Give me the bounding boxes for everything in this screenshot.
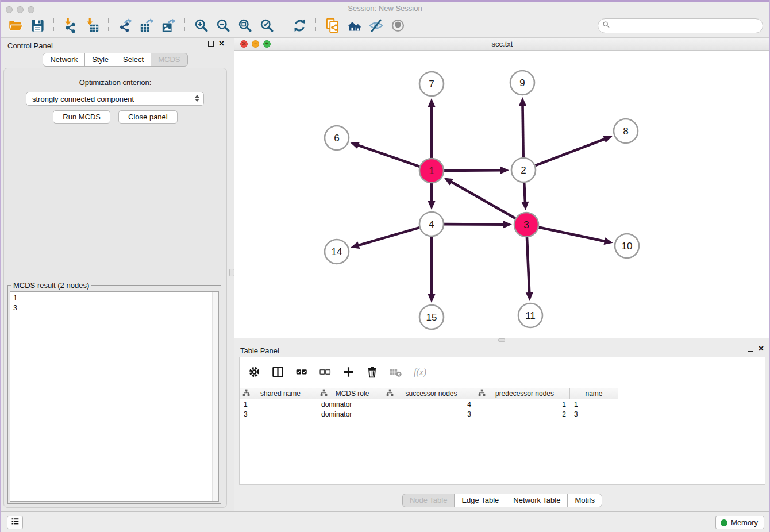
delete-table-button [388,365,403,380]
graph-edge-4-14[interactable] [357,228,419,245]
horizontal-splitter-grip[interactable] [498,338,505,342]
graph-edge-2-8[interactable] [536,139,606,166]
delete-column-button[interactable] [364,365,379,380]
deselect-all-rows-button[interactable] [317,365,332,380]
column-header-name[interactable]: name [570,388,618,399]
graph-edge-arrowhead [604,237,613,245]
choose-columns-button[interactable] [270,365,285,380]
graph-node-3[interactable]: 3 [514,213,538,237]
open-session-button[interactable] [5,17,26,36]
graph-node-10[interactable]: 10 [615,234,639,258]
column-header-successor-nodes[interactable]: successor nodes [383,388,475,399]
column-header-predecessor-nodes[interactable]: predecessor nodes [475,388,570,399]
export-image-button[interactable] [157,17,179,36]
optimization-criterion-select[interactable]: strongly connected component [26,92,204,106]
graph-node-11[interactable]: 11 [518,303,542,327]
function-builder-button: f(x) [411,365,426,380]
export-table-button[interactable] [136,17,157,36]
memory-button[interactable]: Memory [715,516,764,529]
graph-edge-arrowhead [526,292,533,301]
cell-successor-nodes[interactable]: 4 [383,400,475,408]
run-mcds-button[interactable]: Run MCDS [53,110,110,124]
table-close-panel-icon[interactable]: ✕ [758,346,764,352]
close-panel-icon[interactable]: ✕ [218,41,225,47]
cell-name[interactable]: 1 [570,400,618,408]
table-row[interactable]: 1dominator411 [240,399,765,409]
table-tab-edge-table[interactable]: Edge Table [454,494,506,507]
graph-edge-4-3[interactable] [444,224,505,225]
zoom-out-button[interactable] [212,17,234,36]
search-input[interactable] [611,20,763,32]
graph-node-14[interactable]: 14 [325,240,349,264]
graph-edge-3-1[interactable] [451,182,515,218]
zoom-in-button[interactable] [190,17,212,36]
table-tab-network-table[interactable]: Network Table [506,494,568,507]
select-all-rows-button[interactable] [294,365,309,380]
graph-node-15[interactable]: 15 [419,305,444,329]
hide-details-button[interactable] [365,17,387,36]
graph-edge-3-10[interactable] [539,228,606,242]
mcds-result-scrollbar[interactable] [212,292,218,501]
home-button[interactable] [343,17,365,36]
svg-text:f(x): f(x) [414,367,426,377]
tab-select[interactable]: Select [116,53,151,67]
table-settings-icon [248,365,261,380]
zoom-in-icon [194,18,209,35]
cell-successor-nodes[interactable]: 3 [383,410,475,418]
toolbar-separator [184,18,185,34]
table-tab-node-table[interactable]: Node Table [402,494,455,507]
cell-name[interactable]: 3 [570,410,618,418]
task-history-button[interactable] [7,516,23,529]
control-panel-tabs: NetworkStyleSelectMCDS [0,53,230,67]
network-canvas[interactable]: 7968124314101511 [234,51,770,337]
zoom-selected-button[interactable] [256,17,278,36]
graph-edge-2-3[interactable] [524,183,525,203]
graph-edge-2-9[interactable] [523,105,523,157]
import-network-button[interactable] [59,17,81,36]
add-column-button[interactable] [341,365,356,380]
graph-node-4[interactable]: 4 [419,212,444,236]
import-table-button[interactable] [81,17,103,36]
graph-node-7[interactable]: 7 [419,72,444,96]
float-panel-icon[interactable] [208,41,214,47]
table-row[interactable]: 3dominator323 [240,409,765,419]
horizontal-splitter[interactable] [234,338,770,343]
graph-edge-1-6[interactable] [357,145,419,166]
graph-node-6[interactable]: 6 [325,126,349,150]
mcds-result-box[interactable]: 1 3 [10,291,219,502]
network-from-file-button[interactable] [321,17,343,36]
tab-mcds[interactable]: MCDS [151,53,187,67]
cell-predecessor-nodes[interactable]: 2 [475,410,570,418]
save-session-button[interactable] [26,17,48,36]
cell-shared-name[interactable]: 1 [240,400,317,408]
graph-node-8[interactable]: 8 [614,119,638,143]
table-float-panel-icon[interactable] [748,346,753,352]
column-header-mcds-role[interactable]: MCDS role [317,388,383,399]
cell-mcds-role[interactable]: dominator [317,400,383,408]
mcds-panel: Optimization criterion: strongly connect… [3,68,227,508]
graph-node-2[interactable]: 2 [511,158,536,182]
graph-node-label: 9 [519,78,525,88]
refresh-button[interactable] [288,17,310,36]
tab-style[interactable]: Style [84,53,116,67]
table-tab-motifs[interactable]: Motifs [567,494,602,507]
graph-node-9[interactable]: 9 [510,71,534,95]
graph-node-1[interactable]: 1 [419,159,444,183]
graph-edge-3-11[interactable] [527,237,529,294]
search-box[interactable] [598,18,763,33]
cell-shared-name[interactable]: 3 [240,410,317,418]
column-header-shared-name[interactable]: shared name [240,388,317,399]
export-network-button[interactable] [114,17,136,36]
cell-predecessor-nodes[interactable]: 1 [475,400,570,408]
graph-edge-1-2[interactable] [444,170,502,171]
graph-edge-arrowhead [428,294,436,303]
cell-mcds-role[interactable]: dominator [317,410,383,418]
choose-columns-icon [271,365,284,380]
control-panel-title: Control Panel [7,41,53,50]
save-session-icon [30,18,45,35]
zoom-fit-button[interactable] [234,17,256,36]
close-panel-button[interactable]: Close panel [118,110,178,124]
tab-network[interactable]: Network [43,53,85,67]
table-settings-button[interactable] [247,365,261,380]
dropdown-stepper-icon [195,95,199,102]
